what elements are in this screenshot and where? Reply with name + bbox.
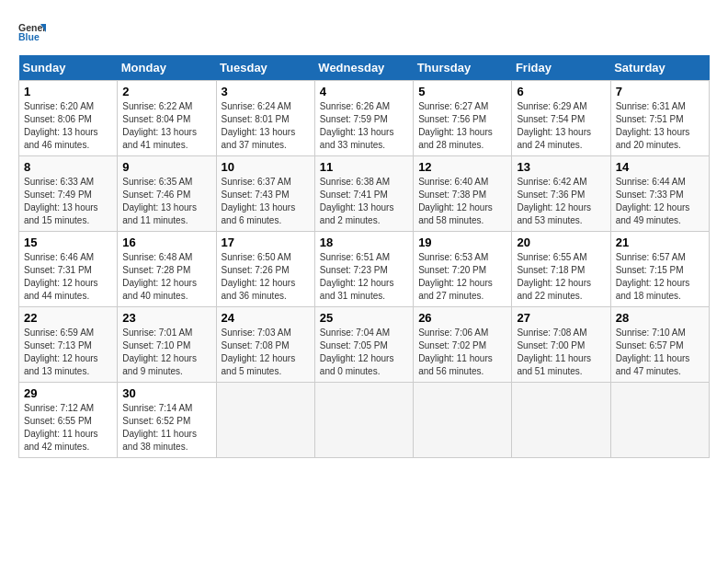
- day-info: Sunrise: 6:42 AMSunset: 7:36 PMDaylight:…: [517, 176, 605, 227]
- day-info: Sunrise: 7:03 AMSunset: 7:08 PMDaylight:…: [222, 327, 310, 378]
- header-thursday: Thursday: [414, 55, 512, 81]
- calendar-cell: 30 Sunrise: 7:14 AMSunset: 6:52 PMDaylig…: [118, 383, 216, 458]
- calendar-week-2: 8 Sunrise: 6:33 AMSunset: 7:49 PMDayligh…: [19, 156, 710, 232]
- day-info: Sunrise: 6:22 AMSunset: 8:04 PMDaylight:…: [122, 100, 210, 152]
- calendar-header-row: SundayMondayTuesdayWednesdayThursdayFrid…: [19, 55, 710, 81]
- day-number: 5: [418, 85, 506, 98]
- day-info: Sunrise: 7:08 AMSunset: 7:00 PMDaylight:…: [517, 327, 605, 378]
- calendar-cell: 14 Sunrise: 6:44 AMSunset: 7:33 PMDaylig…: [610, 156, 709, 232]
- day-info: Sunrise: 6:50 AMSunset: 7:26 PMDaylight:…: [222, 251, 310, 303]
- calendar-week-3: 15 Sunrise: 6:46 AMSunset: 7:31 PMDaylig…: [19, 232, 710, 307]
- day-info: Sunrise: 6:29 AMSunset: 7:54 PMDaylight:…: [517, 100, 605, 152]
- day-number: 17: [222, 236, 310, 249]
- day-number: 23: [122, 311, 210, 325]
- day-number: 4: [320, 85, 408, 98]
- day-info: Sunrise: 7:12 AMSunset: 6:55 PMDaylight:…: [24, 402, 112, 454]
- day-number: 24: [222, 311, 310, 325]
- calendar-cell: 5 Sunrise: 6:27 AMSunset: 7:56 PMDayligh…: [414, 81, 512, 156]
- header-tuesday: Tuesday: [216, 55, 314, 81]
- header-wednesday: Wednesday: [314, 55, 413, 81]
- calendar-cell: 19 Sunrise: 6:53 AMSunset: 7:20 PMDaylig…: [414, 232, 512, 307]
- day-info: Sunrise: 6:44 AMSunset: 7:33 PMDaylight:…: [616, 176, 704, 227]
- day-info: Sunrise: 6:57 AMSunset: 7:15 PMDaylight:…: [616, 251, 704, 303]
- day-info: Sunrise: 6:40 AMSunset: 7:38 PMDaylight:…: [418, 176, 506, 227]
- day-info: Sunrise: 6:31 AMSunset: 7:51 PMDaylight:…: [616, 100, 704, 152]
- calendar-cell: 28 Sunrise: 7:10 AMSunset: 6:57 PMDaylig…: [610, 307, 709, 383]
- calendar-week-4: 22 Sunrise: 6:59 AMSunset: 7:13 PMDaylig…: [19, 307, 710, 383]
- day-info: Sunrise: 6:38 AMSunset: 7:41 PMDaylight:…: [320, 176, 408, 227]
- day-number: 7: [616, 85, 704, 98]
- day-info: Sunrise: 6:37 AMSunset: 7:43 PMDaylight:…: [222, 176, 310, 227]
- day-number: 1: [24, 85, 112, 98]
- day-number: 14: [616, 160, 704, 174]
- day-number: 22: [24, 311, 112, 325]
- calendar-cell: 16 Sunrise: 6:48 AMSunset: 7:28 PMDaylig…: [118, 232, 216, 307]
- calendar-cell: 6 Sunrise: 6:29 AMSunset: 7:54 PMDayligh…: [512, 81, 610, 156]
- day-info: Sunrise: 6:48 AMSunset: 7:28 PMDaylight:…: [122, 251, 210, 303]
- calendar-cell: 7 Sunrise: 6:31 AMSunset: 7:51 PMDayligh…: [610, 81, 709, 156]
- day-number: 16: [122, 236, 210, 249]
- calendar-cell: 23 Sunrise: 7:01 AMSunset: 7:10 PMDaylig…: [118, 307, 216, 383]
- day-number: 19: [418, 236, 506, 249]
- page-header: General Blue: [18, 18, 710, 46]
- calendar-cell: 22 Sunrise: 6:59 AMSunset: 7:13 PMDaylig…: [19, 307, 118, 383]
- calendar-cell: 10 Sunrise: 6:37 AMSunset: 7:43 PMDaylig…: [216, 156, 314, 232]
- calendar-cell: [414, 383, 512, 458]
- day-info: Sunrise: 6:53 AMSunset: 7:20 PMDaylight:…: [418, 251, 506, 303]
- day-number: 18: [320, 236, 408, 249]
- calendar-cell: 29 Sunrise: 7:12 AMSunset: 6:55 PMDaylig…: [19, 383, 118, 458]
- calendar-week-5: 29 Sunrise: 7:12 AMSunset: 6:55 PMDaylig…: [19, 383, 710, 458]
- day-info: Sunrise: 6:35 AMSunset: 7:46 PMDaylight:…: [122, 176, 210, 227]
- day-number: 15: [24, 236, 112, 249]
- day-number: 3: [222, 85, 310, 98]
- day-info: Sunrise: 6:33 AMSunset: 7:49 PMDaylight:…: [24, 176, 112, 227]
- day-info: Sunrise: 6:46 AMSunset: 7:31 PMDaylight:…: [24, 251, 112, 303]
- day-number: 25: [320, 311, 408, 325]
- calendar-cell: 15 Sunrise: 6:46 AMSunset: 7:31 PMDaylig…: [19, 232, 118, 307]
- day-number: 20: [517, 236, 605, 249]
- calendar-cell: 21 Sunrise: 6:57 AMSunset: 7:15 PMDaylig…: [610, 232, 709, 307]
- header-friday: Friday: [512, 55, 610, 81]
- day-number: 9: [122, 160, 210, 174]
- calendar-cell: 1 Sunrise: 6:20 AMSunset: 8:06 PMDayligh…: [19, 81, 118, 156]
- calendar-cell: 13 Sunrise: 6:42 AMSunset: 7:36 PMDaylig…: [512, 156, 610, 232]
- day-number: 21: [616, 236, 704, 249]
- day-number: 13: [517, 160, 605, 174]
- day-info: Sunrise: 6:20 AMSunset: 8:06 PMDaylight:…: [24, 100, 112, 152]
- day-number: 30: [122, 386, 210, 400]
- calendar-cell: 24 Sunrise: 7:03 AMSunset: 7:08 PMDaylig…: [216, 307, 314, 383]
- day-info: Sunrise: 7:04 AMSunset: 7:05 PMDaylight:…: [320, 327, 408, 378]
- day-info: Sunrise: 7:06 AMSunset: 7:02 PMDaylight:…: [418, 327, 506, 378]
- day-number: 10: [222, 160, 310, 174]
- calendar-cell: 4 Sunrise: 6:26 AMSunset: 7:59 PMDayligh…: [314, 81, 413, 156]
- day-number: 2: [122, 85, 210, 98]
- calendar-cell: 3 Sunrise: 6:24 AMSunset: 8:01 PMDayligh…: [216, 81, 314, 156]
- day-info: Sunrise: 7:01 AMSunset: 7:10 PMDaylight:…: [122, 327, 210, 378]
- calendar-cell: [512, 383, 610, 458]
- calendar-cell: [314, 383, 413, 458]
- calendar-cell: 9 Sunrise: 6:35 AMSunset: 7:46 PMDayligh…: [118, 156, 216, 232]
- calendar-cell: 11 Sunrise: 6:38 AMSunset: 7:41 PMDaylig…: [314, 156, 413, 232]
- calendar-cell: 8 Sunrise: 6:33 AMSunset: 7:49 PMDayligh…: [19, 156, 118, 232]
- svg-text:Blue: Blue: [18, 31, 40, 42]
- calendar-cell: 18 Sunrise: 6:51 AMSunset: 7:23 PMDaylig…: [314, 232, 413, 307]
- calendar-cell: 17 Sunrise: 6:50 AMSunset: 7:26 PMDaylig…: [216, 232, 314, 307]
- day-info: Sunrise: 6:26 AMSunset: 7:59 PMDaylight:…: [320, 100, 408, 152]
- day-info: Sunrise: 7:10 AMSunset: 6:57 PMDaylight:…: [616, 327, 704, 378]
- day-number: 29: [24, 386, 112, 400]
- calendar-table: SundayMondayTuesdayWednesdayThursdayFrid…: [18, 55, 710, 458]
- day-info: Sunrise: 6:24 AMSunset: 8:01 PMDaylight:…: [222, 100, 310, 152]
- calendar-cell: [216, 383, 314, 458]
- day-number: 8: [24, 160, 112, 174]
- day-number: 6: [517, 85, 605, 98]
- day-info: Sunrise: 6:27 AMSunset: 7:56 PMDaylight:…: [418, 100, 506, 152]
- calendar-cell: 25 Sunrise: 7:04 AMSunset: 7:05 PMDaylig…: [314, 307, 413, 383]
- header-sunday: Sunday: [19, 55, 118, 81]
- calendar-cell: 2 Sunrise: 6:22 AMSunset: 8:04 PMDayligh…: [118, 81, 216, 156]
- day-number: 27: [517, 311, 605, 325]
- calendar-cell: 12 Sunrise: 6:40 AMSunset: 7:38 PMDaylig…: [414, 156, 512, 232]
- day-info: Sunrise: 6:55 AMSunset: 7:18 PMDaylight:…: [517, 251, 605, 303]
- calendar-cell: 27 Sunrise: 7:08 AMSunset: 7:00 PMDaylig…: [512, 307, 610, 383]
- logo-icon: General Blue: [18, 18, 46, 46]
- header-saturday: Saturday: [610, 55, 709, 81]
